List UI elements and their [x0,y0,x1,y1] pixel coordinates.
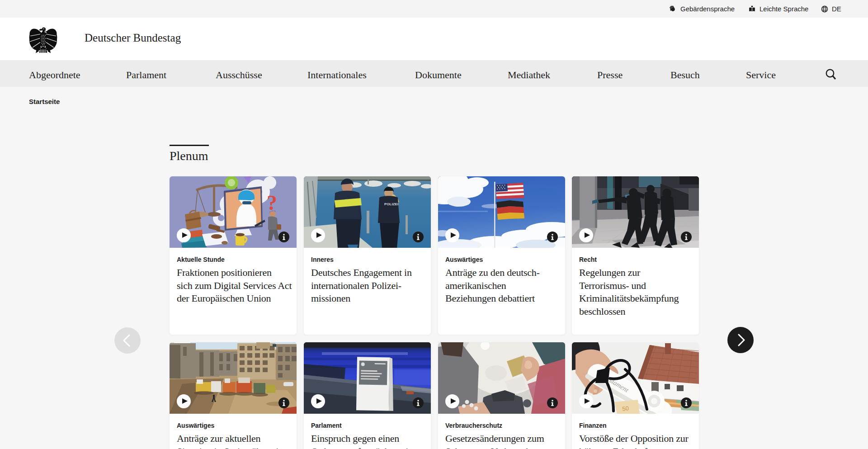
svg-text:POLIZEI: POLIZEI [384,202,398,206]
svg-text:50: 50 [622,405,629,412]
